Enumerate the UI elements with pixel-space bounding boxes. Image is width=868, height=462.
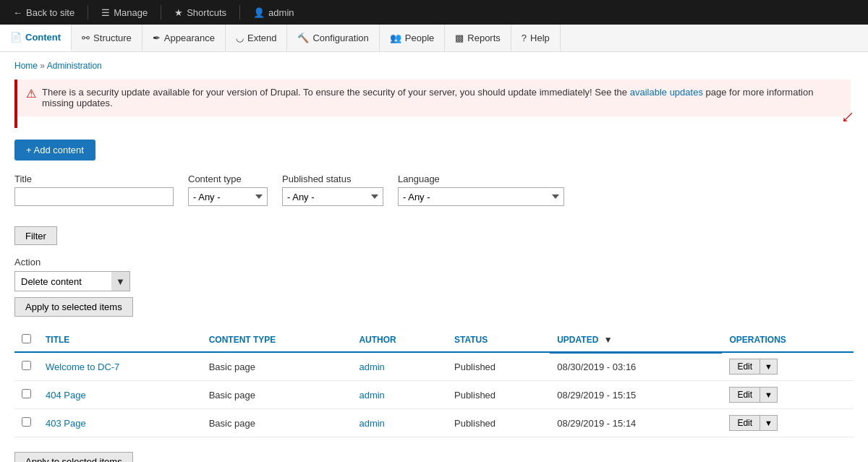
row3-edit-dropdown[interactable]: ▼ [760,415,778,431]
row2-updated: 08/29/2019 - 15:15 [557,390,636,401]
breadcrumb-home[interactable]: Home [14,61,38,71]
row3-updated-td: 08/29/2019 - 15:14 [550,409,722,437]
select-all-checkbox[interactable] [22,334,31,343]
breadcrumb-separator: » [40,61,45,71]
apply-to-selected-label-top: Apply to selected items [25,301,122,312]
nav-item-appearance[interactable]: ✒ Appearance [142,25,226,51]
content-type-label: Content type [188,174,268,184]
apply-to-selected-label-bottom: Apply to selected items [25,456,122,462]
appearance-icon: ✒ [153,33,161,43]
row3-edit-label: Edit [737,418,752,428]
content-area: Home » Administration ⚠ There is a secur… [0,52,868,462]
title-filter-input[interactable] [14,187,174,206]
row3-updated: 08/29/2019 - 15:14 [557,418,636,429]
alert-message-text: There is a security update available for… [42,87,630,98]
breadcrumb: Home » Administration [14,61,854,71]
back-to-site-label: Back to site [26,7,75,18]
row1-title-link[interactable]: Welcome to DC-7 [46,362,119,372]
row2-status: Published [454,390,495,401]
nav-item-content[interactable]: 📄 Content [0,25,72,51]
filter-button[interactable]: Filter [14,226,57,245]
row1-updated: 08/30/2019 - 03:16 [557,362,636,372]
row2-author-td: admin [352,381,447,409]
sort-arrow-icon: ▼ [604,335,613,345]
divider3 [239,5,240,20]
row1-edit-dropdown[interactable]: ▼ [760,359,778,375]
apply-to-selected-button-top[interactable]: Apply to selected items [14,297,133,317]
row1-status-td: Published [447,352,550,381]
admin-user[interactable]: 👤 admin [246,0,301,25]
row2-status-td: Published [447,381,550,409]
breadcrumb-admin[interactable]: Administration [47,61,102,71]
add-content-button[interactable]: + Add content [14,140,95,161]
nav-content-label: Content [25,32,61,43]
title-filter-label: Title [14,174,174,184]
row3-ops-group: Edit ▼ [729,415,778,431]
star-icon: ★ [174,7,183,18]
nav-config-label: Configuration [312,33,368,43]
th-author[interactable]: AUTHOR [352,328,447,352]
manage-menu[interactable]: ☰ Manage [94,0,155,25]
nav-item-help[interactable]: ? Help [511,25,561,51]
row1-title-td: Welcome to DC-7 [38,352,202,381]
nav-item-structure[interactable]: ⚯ Structure [72,25,142,51]
nav-item-configuration[interactable]: 🔨 Configuration [287,25,379,51]
th-title-label: TITLE [46,335,69,345]
alert-link[interactable]: available updates [630,87,703,98]
content-type-select[interactable]: - Any - [188,187,268,206]
row3-author-td: admin [352,409,447,437]
alert-error-icon: ⚠ [26,87,36,100]
nav-extend-label: Extend [247,33,276,43]
th-content-type[interactable]: CONTENT TYPE [202,328,352,352]
filter-section: Title Content type - Any - Published sta… [14,174,854,245]
row2-edit-dropdown[interactable]: ▼ [760,387,778,403]
row2-ops-group: Edit ▼ [729,387,778,403]
th-status[interactable]: STATUS [447,328,550,352]
apply-to-selected-button-bottom[interactable]: Apply to selected items [14,452,133,462]
language-select[interactable]: - Any - [398,187,564,206]
nav-reports-label: Reports [467,33,501,43]
row3-status-td: Published [447,409,550,437]
row3-edit-button[interactable]: Edit [729,415,760,431]
structure-icon: ⚯ [82,33,90,43]
table-row: 404 Page Basic page admin Published 08/2… [14,381,854,409]
nav-structure-label: Structure [93,33,132,43]
title-filter-field: Title [14,174,174,206]
row3-operations-td: Edit ▼ [722,409,854,437]
row1-checkbox[interactable] [22,361,31,370]
row3-title-td: 403 Page [38,409,202,437]
row1-cb-td [14,352,38,381]
row2-title-link[interactable]: 404 Page [46,390,86,401]
row3-checkbox[interactable] [22,417,31,427]
nav-item-extend[interactable]: ◡ Extend [226,25,287,51]
row3-title-link[interactable]: 403 Page [46,418,86,429]
row2-operations-td: Edit ▼ [722,381,854,409]
language-label: Language [398,174,564,184]
row3-content-type-td: Basic page [202,409,352,437]
published-status-filter-field: Published status - Any - [282,174,383,206]
shortcuts-menu[interactable]: ★ Shortcuts [167,0,234,25]
row1-author-link[interactable]: admin [359,362,384,372]
select-all-th [14,328,38,352]
main-nav: 📄 Content ⚯ Structure ✒ Appearance ◡ Ext… [0,25,868,52]
row2-checkbox[interactable] [22,389,31,398]
row2-author-link[interactable]: admin [359,390,384,401]
nav-item-reports[interactable]: ▩ Reports [445,25,511,51]
extend-icon: ◡ [236,33,244,43]
nav-item-people[interactable]: 👥 People [380,25,445,51]
row1-edit-button[interactable]: Edit [729,359,760,375]
row1-ops-group: Edit ▼ [729,359,778,375]
action-row: Delete content ▼ [14,271,854,291]
th-title[interactable]: TITLE [38,328,202,352]
row2-cb-td [14,381,38,409]
add-content-label: + Add content [26,145,84,155]
th-author-label: AUTHOR [359,335,396,345]
published-status-select[interactable]: - Any - [282,187,383,206]
action-select[interactable]: Delete content [14,271,130,291]
back-to-site[interactable]: ← Back to site [6,0,82,25]
content-table: TITLE CONTENT TYPE AUTHOR STATUS UPDATED… [14,328,854,437]
row3-author-link[interactable]: admin [359,418,384,429]
th-updated[interactable]: UPDATED ▼ [550,328,722,352]
published-status-label: Published status [282,174,383,184]
row2-edit-button[interactable]: Edit [729,387,760,403]
